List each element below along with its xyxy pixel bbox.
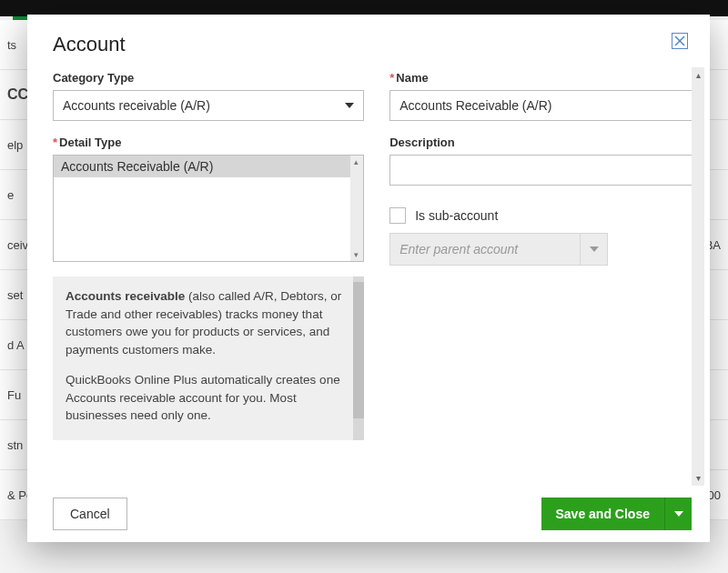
info-lead: Accounts receivable [66,289,185,303]
chevron-down-icon [590,246,599,252]
detail-type-info: Accounts receivable (also called A/R, De… [53,276,364,440]
infobox-scrollbar-thumb[interactable] [353,282,364,418]
category-type-label: Category Type [53,71,364,85]
chevron-down-icon [674,511,683,517]
info-para2: QuickBooks Online Plus automatically cre… [66,371,344,425]
close-button[interactable] [672,33,688,49]
detail-type-label: Detail Type [53,136,364,149]
description-label: Description [389,136,701,149]
scroll-up-icon[interactable]: ▴ [696,67,701,83]
parent-select-caret [580,234,607,265]
name-input[interactable] [389,90,701,121]
close-icon [674,35,685,46]
category-type-select[interactable]: Accounts receivable (A/R) [53,90,364,121]
modal-scrollbar[interactable]: ▴ ▾ [692,67,704,486]
parent-account-placeholder: Enter parent account [399,242,518,256]
cancel-button[interactable]: Cancel [53,498,127,530]
category-type-value: Accounts receivable (A/R) [63,98,210,113]
save-dropdown-button[interactable] [664,498,692,530]
detail-type-listbox[interactable]: Accounts Receivable (A/R) ▴ ▾ [53,155,364,262]
detail-type-option-selected[interactable]: Accounts Receivable (A/R) [54,156,350,177]
save-and-close-button[interactable]: Save and Close [541,498,665,530]
scroll-down-icon: ▾ [354,248,359,261]
listbox-scrollbar[interactable]: ▴ ▾ [350,156,363,261]
account-modal: Account Category Type Accounts receivabl… [27,15,710,542]
scroll-down-icon[interactable]: ▾ [696,470,701,486]
description-input[interactable] [389,155,701,186]
chevron-down-icon [345,103,354,108]
name-label: Name [389,71,701,85]
is-sub-account-checkbox[interactable] [389,207,406,224]
scroll-up-icon: ▴ [354,156,359,168]
parent-account-select[interactable]: Enter parent account [389,233,608,266]
is-sub-account-label: Is sub-account [415,208,498,223]
modal-title: Account [53,33,126,56]
